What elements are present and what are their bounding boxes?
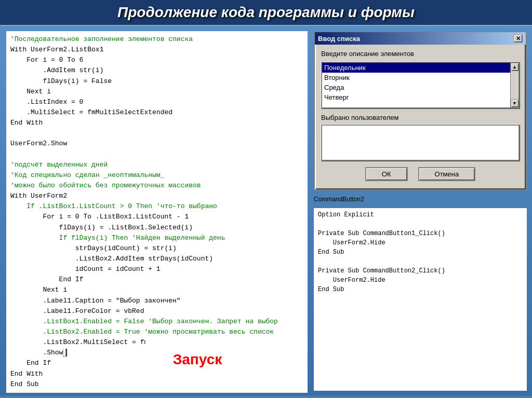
code-line-22: .ListBox2.AddItem strDays(idCount)	[10, 255, 213, 263]
code-line-34: End Sub	[10, 380, 39, 388]
bottom-code-line-1: Option Explicit	[318, 211, 374, 218]
bottom-code-line-3: Private Sub CommandButton1_Click()	[318, 230, 445, 237]
close-icon: ✕	[516, 35, 521, 42]
code-line-12	[10, 150, 15, 158]
list-item[interactable]: Среда	[322, 83, 510, 92]
code-line-4: .AddItem str(i)	[10, 66, 103, 74]
cancel-button[interactable]: Отмена	[418, 167, 476, 181]
main-area: 'Последовательное заполнение элементов с…	[0, 26, 532, 396]
code-line-5: flDays(i) = False	[10, 77, 112, 85]
launch-button-text[interactable]: Запуск	[173, 351, 222, 368]
bottom-code-line-4: UserForm2.Hide	[318, 239, 385, 246]
code-line-29: .ListBox2.Enabled = True 'можно просматр…	[10, 328, 274, 336]
bottom-code-block: Option Explicit Private Sub CommandButto…	[314, 208, 527, 391]
list-item[interactable]: Понедельник	[322, 63, 510, 73]
listbox-scrollbar: ▲ ▼	[510, 63, 518, 107]
code-line-1: 'Последовательное заполнение элементов с…	[10, 35, 193, 43]
code-line-16: With UserForm2	[10, 192, 67, 200]
code-line-2: With UserForm2.ListBox1	[10, 46, 103, 53]
page-header: Продолжение кода программы и формы	[0, 0, 532, 26]
code-line-24: End If	[10, 276, 83, 283]
code-line-26: .Label1.Caption = "Выбор закончен"	[10, 297, 181, 305]
list-item[interactable]: Четверг	[322, 92, 510, 102]
launch-area[interactable]: Запуск	[145, 339, 249, 380]
code-line-27: .Label1.ForeColor = vbRed	[10, 307, 144, 315]
code-line-33: End With	[10, 370, 43, 378]
bottom-code-line-9: End Sub	[318, 286, 344, 293]
selected-listbox[interactable]	[321, 125, 520, 161]
code-line-15: 'можно было обойтись без промежуточных м…	[10, 182, 201, 189]
scroll-down-button[interactable]: ▼	[511, 99, 519, 107]
command-button-label-area: CommandButton2	[314, 195, 527, 204]
bottom-code-line-8: UserForm2.Hide	[318, 277, 385, 284]
dialog-titlebar: Ввод списка ✕	[315, 32, 526, 45]
code-line-11: UserForm2.Show	[10, 140, 67, 147]
code-line-14: 'Код специально сделан _неоптимальным_	[10, 171, 164, 179]
code-line-25: Next i	[10, 286, 67, 294]
code-line-31: .Show▋	[10, 349, 67, 356]
code-line-20: If flDays(i) Then 'Найден выделенный ден…	[10, 234, 225, 242]
dialog-window: Ввод списка ✕ Введите описание элементов…	[314, 31, 527, 190]
dialog-body: Введите описание элементов Понедельник В…	[315, 45, 526, 189]
code-line-8: .MultiSelect = fmMultiSelectExtended	[10, 108, 172, 116]
code-line-9: End With	[10, 119, 43, 127]
dialog-description: Введите описание элементов	[321, 50, 520, 58]
code-line-21: strDays(idCount) = str(i)	[10, 244, 177, 252]
list-item[interactable]: Вторник	[322, 73, 510, 83]
page-title: Продолжение кода программы и формы	[0, 4, 532, 21]
bottom-code-line-5: End Sub	[318, 249, 344, 256]
code-line-3: For i = 0 To 6	[10, 56, 83, 64]
code-line-13: 'подсчёт выделенных дней	[10, 161, 108, 169]
code-line-18: For i = 0 To .ListBox1.ListCount - 1	[10, 213, 189, 221]
bottom-code-line-7: Private Sub CommandButton2_Click()	[318, 267, 445, 275]
selected-label: Выбрано пользователем	[321, 114, 520, 121]
code-line-28: .ListBox1.Enabled = False 'Выбор законче…	[10, 318, 278, 325]
dialog-title: Ввод списка	[318, 35, 360, 43]
code-line-17: If .ListBox1.ListCount > 0 Then 'что-то …	[10, 202, 217, 210]
dialog-close-button[interactable]: ✕	[513, 34, 523, 43]
ok-button[interactable]: ОК	[365, 167, 408, 181]
code-line-19: flDays(i) = .ListBox1.Selected(i)	[10, 224, 193, 231]
code-line-6: Next i	[10, 88, 51, 95]
code-line-32: End If	[10, 359, 51, 367]
dialog-buttons: ОК Отмена	[321, 167, 520, 181]
code-line-10	[10, 129, 15, 137]
command-button-label: CommandButton2	[314, 195, 364, 204]
code-panel: 'Последовательное заполнение элементов с…	[0, 26, 314, 396]
code-line-7: .ListIndex = 0	[10, 98, 83, 106]
listbox-container: Понедельник Вторник Среда Четверг ▲ ▼	[321, 62, 520, 108]
scroll-up-button[interactable]: ▲	[511, 63, 519, 71]
code-line-23: idCount = idCount + 1	[10, 265, 161, 273]
listbox-items[interactable]: Понедельник Вторник Среда Четверг	[322, 63, 510, 107]
right-panel: Ввод списка ✕ Введите описание элементов…	[314, 26, 532, 396]
